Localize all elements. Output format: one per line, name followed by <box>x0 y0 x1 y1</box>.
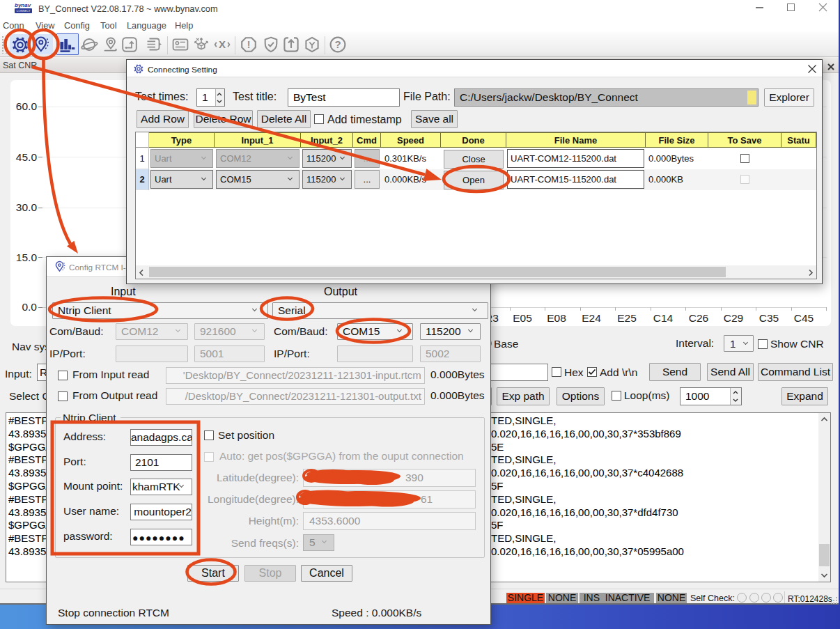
svg-text:!: ! <box>247 39 251 50</box>
svg-text:X: X <box>219 38 226 50</box>
svg-text:?: ? <box>334 38 341 50</box>
